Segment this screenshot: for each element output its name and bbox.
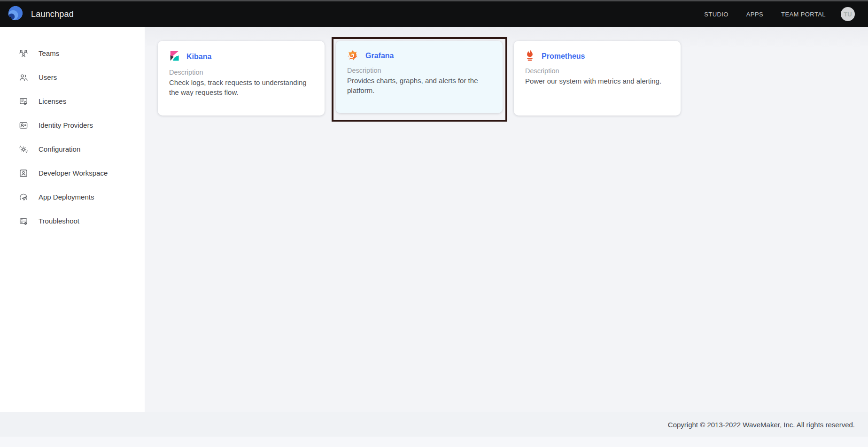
sidebar-item-label: Identity Providers (39, 121, 93, 129)
teams-icon (19, 49, 28, 58)
top-nav: STUDIO APPS TEAM PORTAL (704, 11, 826, 18)
sidebar-item-identity-providers[interactable]: Identity Providers (0, 113, 145, 137)
sidebar-item-label: Developer Workspace (39, 169, 108, 177)
nav-team-portal[interactable]: TEAM PORTAL (781, 11, 826, 18)
sidebar-item-label: Troubleshoot (39, 217, 79, 225)
app-description: Check logs, track requests to understand… (169, 77, 313, 97)
sidebar-item-troubleshoot[interactable]: Troubleshoot (0, 209, 145, 233)
app-name: Grafana (365, 52, 394, 60)
sidebar-item-developer-workspace[interactable]: Developer Workspace (0, 161, 145, 185)
app-cards: Kibana Description Check logs, track req… (158, 41, 868, 116)
users-icon (19, 73, 28, 82)
app-card-slot-kibana: Kibana Description Check logs, track req… (158, 41, 325, 116)
brand: Launchpad (8, 5, 74, 23)
app-card-header: Kibana (169, 49, 313, 64)
footer: Copyright © 2013-2022 WaveMaker, Inc. Al… (0, 412, 868, 437)
wavemaker-logo-icon (8, 5, 23, 23)
app-card-header: Grafana (347, 49, 491, 62)
troubleshoot-icon (19, 216, 28, 226)
sidebar-item-label: Users (39, 73, 57, 81)
app-card-grafana[interactable]: Grafana Description Provides charts, gra… (336, 41, 503, 113)
sidebar-item-label: Configuration (39, 145, 80, 153)
user-avatar[interactable]: TU (841, 7, 855, 21)
app-card-kibana[interactable]: Kibana Description Check logs, track req… (158, 41, 325, 116)
sidebar-item-licenses[interactable]: Licenses (0, 89, 145, 113)
description-label: Description (347, 67, 491, 74)
prometheus-logo-icon (525, 49, 535, 63)
grafana-logo-icon (347, 49, 358, 62)
sidebar-item-label: Teams (39, 49, 59, 57)
configuration-icon (19, 145, 28, 154)
app-name: Prometheus (542, 52, 585, 61)
app-header: Launchpad STUDIO APPS TEAM PORTAL TU (0, 1, 868, 27)
nav-studio[interactable]: STUDIO (704, 11, 728, 18)
copyright-text: Copyright © 2013-2022 WaveMaker, Inc. Al… (668, 421, 855, 429)
app-card-slot-grafana: Grafana Description Provides charts, gra… (336, 41, 503, 113)
sidebar-item-label: Licenses (39, 97, 66, 105)
sidebar-item-label: App Deployments (39, 193, 94, 201)
app-card-header: Prometheus (525, 49, 669, 63)
nav-apps[interactable]: APPS (746, 11, 763, 18)
app-description: Power our system with metrics and alerti… (525, 76, 669, 86)
description-label: Description (169, 69, 313, 76)
kibana-logo-icon (169, 49, 179, 64)
app-card-prometheus[interactable]: Prometheus Description Power our system … (514, 41, 681, 116)
sidebar: Teams Users Li (0, 27, 145, 412)
description-label: Description (525, 67, 669, 75)
bottom-strip (0, 437, 868, 447)
app-description: Provides charts, graphs, and alerts for … (347, 76, 491, 95)
licenses-icon (19, 97, 28, 106)
identity-providers-icon (19, 121, 28, 130)
sidebar-item-users[interactable]: Users (0, 65, 145, 89)
page-title: Launchpad (31, 9, 74, 19)
sidebar-item-teams[interactable]: Teams (0, 41, 145, 65)
sidebar-item-configuration[interactable]: Configuration (0, 137, 145, 161)
sidebar-item-app-deployments[interactable]: App Deployments (0, 185, 145, 209)
app-deployments-icon (19, 193, 28, 202)
content-area: Kibana Description Check logs, track req… (145, 27, 868, 412)
app-name: Kibana (186, 53, 211, 61)
app-card-slot-prometheus: Prometheus Description Power our system … (514, 41, 681, 116)
developer-workspace-icon (19, 169, 28, 178)
